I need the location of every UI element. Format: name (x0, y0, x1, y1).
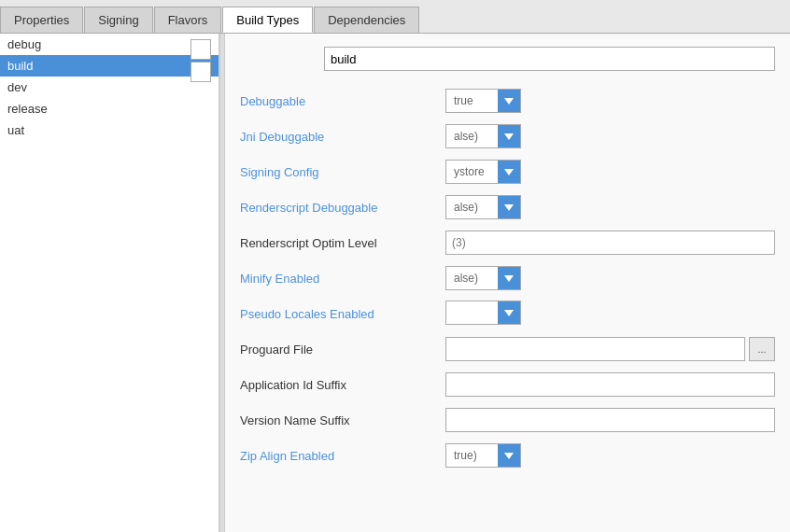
tab-build-types[interactable]: Build Types (222, 7, 313, 33)
browse-button[interactable]: ... (749, 337, 775, 361)
svg-marker-4 (504, 275, 514, 282)
combo-text-minify-enabled: alse) (446, 267, 498, 289)
svg-marker-1 (504, 133, 514, 140)
main-content: debugbuilddevreleaseuat DebuggabletrueJn… (0, 34, 790, 532)
sidebar-item-dev[interactable]: dev (0, 77, 219, 98)
sidebar-item-release[interactable]: release (0, 98, 219, 119)
remove-button[interactable] (190, 62, 211, 82)
field-label-zip-align-enabled: Zip Align Enabled (240, 449, 445, 463)
combo-dropdown-debuggable[interactable] (498, 90, 520, 112)
field-label-minify-enabled: Minify Enabled (240, 272, 445, 286)
combo-text-debuggable: true (446, 90, 498, 112)
combo-dropdown-zip-align-enabled[interactable] (498, 444, 520, 467)
svg-marker-2 (504, 169, 514, 175)
tab-properties[interactable]: Properties (0, 7, 83, 33)
text-input-app-id-suffix[interactable] (445, 372, 775, 397)
combo-pseudo-locales (445, 301, 521, 325)
combo-dropdown-minify-enabled[interactable] (498, 267, 520, 289)
field-row-minify-enabled: Minify Enabledalse) (240, 265, 775, 291)
combo-debuggable: true (445, 89, 521, 113)
combo-jni-debuggable: alse) (445, 124, 521, 148)
combo-dropdown-jni-debuggable[interactable] (498, 125, 520, 147)
field-label-proguard-file: Proguard File (240, 343, 445, 357)
field-value-pseudo-locales (445, 301, 775, 327)
field-row-jni-debuggable: Jni Debuggablealse) (240, 123, 775, 149)
combo-renderscript-debuggable: alse) (445, 195, 521, 219)
combo-zip-align-enabled: true) (445, 443, 521, 468)
sidebar-item-debug[interactable]: debug (0, 34, 219, 55)
field-value-renderscript-debuggable: alse) (445, 195, 775, 219)
field-label-version-name-suffix: Version Name Suffix (240, 413, 445, 427)
name-input[interactable] (324, 47, 775, 71)
sidebar-actions (190, 39, 211, 82)
field-row-proguard-file: Proguard File... (240, 336, 775, 362)
field-row-renderscript-debuggable: Renderscript Debuggablealse) (240, 194, 775, 220)
add-button[interactable] (190, 39, 211, 60)
combo-text-zip-align-enabled: true) (446, 444, 498, 467)
combo-dropdown-signing-config[interactable] (498, 161, 520, 183)
field-value-app-id-suffix (445, 372, 775, 397)
field-label-renderscript-debuggable: Renderscript Debuggable (240, 201, 445, 215)
field-row-renderscript-optim: Renderscript Optim Level (240, 230, 775, 256)
field-label-app-id-suffix: Application Id Suffix (240, 378, 445, 392)
tab-signing[interactable]: Signing (84, 7, 152, 33)
tab-flavors[interactable]: Flavors (154, 7, 222, 33)
field-row-zip-align-enabled: Zip Align Enabledtrue) (240, 442, 775, 469)
field-row-version-name-suffix: Version Name Suffix (240, 407, 775, 433)
field-value-jni-debuggable: alse) (445, 124, 775, 148)
combo-dropdown-pseudo-locales[interactable] (498, 301, 520, 324)
sidebar-item-build[interactable]: build (0, 55, 219, 77)
field-label-renderscript-optim: Renderscript Optim Level (240, 236, 445, 250)
field-row-app-id-suffix: Application Id Suffix (240, 371, 775, 398)
app-window: PropertiesSigningFlavorsBuild TypesDepen… (0, 0, 790, 532)
sidebar-item-uat[interactable]: uat (0, 119, 219, 141)
combo-text-jni-debuggable: alse) (446, 125, 498, 147)
field-row-signing-config: Signing Configystore (240, 159, 775, 185)
name-row (240, 47, 775, 71)
field-row-debuggable: Debuggabletrue (240, 88, 775, 114)
field-row-pseudo-locales: Pseudo Locales Enabled (240, 301, 775, 327)
svg-marker-3 (504, 204, 514, 211)
field-value-minify-enabled: alse) (445, 266, 775, 290)
svg-marker-6 (504, 453, 514, 459)
sidebar: debugbuilddevreleaseuat (0, 34, 219, 532)
combo-text-renderscript-debuggable: alse) (446, 196, 498, 218)
svg-marker-5 (504, 310, 514, 316)
fields-container: DebuggabletrueJni Debuggablealse)Signing… (240, 88, 775, 469)
combo-minify-enabled: alse) (445, 266, 521, 290)
field-value-version-name-suffix (445, 408, 775, 432)
field-value-zip-align-enabled: true) (445, 443, 775, 468)
svg-marker-0 (504, 98, 514, 105)
proguard-wrapper: ... (445, 337, 775, 361)
field-value-proguard-file: ... (445, 337, 775, 361)
field-label-pseudo-locales: Pseudo Locales Enabled (240, 307, 445, 321)
combo-dropdown-renderscript-debuggable[interactable] (498, 196, 520, 218)
form-panel: DebuggabletrueJni Debuggablealse)Signing… (225, 34, 790, 532)
field-label-debuggable: Debuggable (240, 94, 445, 108)
field-value-signing-config: ystore (445, 160, 775, 184)
build-types-list: debugbuilddevreleaseuat (0, 34, 219, 141)
combo-text-pseudo-locales (446, 301, 498, 324)
proguard-input[interactable] (445, 337, 745, 361)
field-label-jni-debuggable: Jni Debuggable (240, 130, 445, 144)
field-value-renderscript-optim (445, 231, 775, 255)
field-label-signing-config: Signing Config (240, 165, 445, 179)
combo-signing-config: ystore (445, 160, 521, 184)
tabs-bar: PropertiesSigningFlavorsBuild TypesDepen… (0, 0, 790, 34)
tab-dependencies[interactable]: Dependencies (314, 7, 419, 33)
text-input-renderscript-optim[interactable] (445, 231, 775, 255)
text-input-version-name-suffix[interactable] (445, 408, 775, 432)
field-value-debuggable: true (445, 89, 775, 113)
combo-text-signing-config: ystore (446, 161, 498, 183)
